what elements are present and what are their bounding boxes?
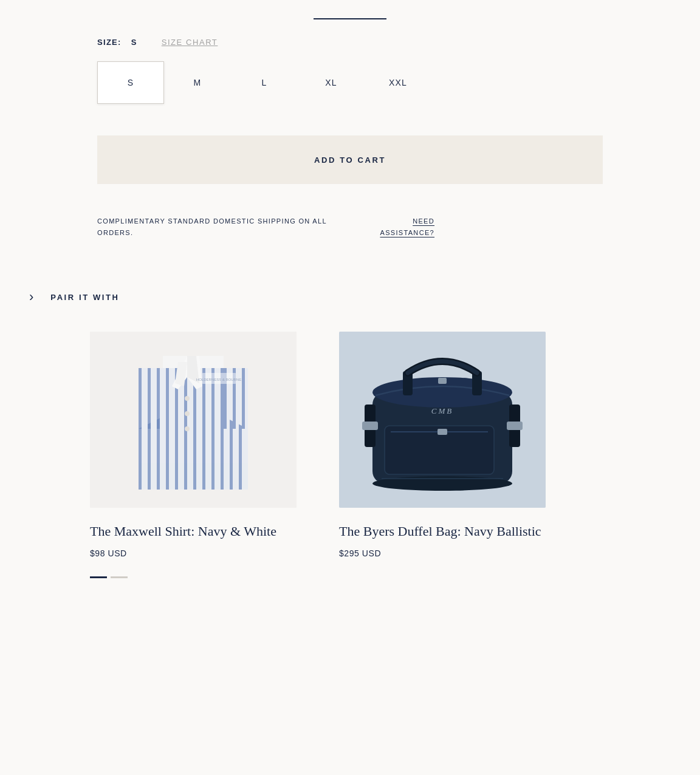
products-row: HOLDERNESS & BOURNE The Maxwell Shirt: N… xyxy=(0,332,700,558)
svg-rect-37 xyxy=(437,429,447,435)
svg-rect-47 xyxy=(507,422,523,430)
size-btn-l[interactable]: L xyxy=(231,61,298,104)
size-chart-link[interactable]: SIZE CHART xyxy=(162,38,218,47)
svg-point-20 xyxy=(185,426,190,431)
progress-dot-inactive xyxy=(111,576,128,578)
chevron-right-button[interactable]: › xyxy=(24,287,38,307)
product-image-shirt: HOLDERNESS & BOURNE xyxy=(90,332,297,508)
size-label: SIZE: xyxy=(97,38,122,47)
svg-rect-38 xyxy=(438,378,447,384)
add-to-cart-button[interactable]: ADD TO CART xyxy=(97,135,603,184)
svg-rect-46 xyxy=(362,422,378,430)
pair-section: › PAIR IT WITH xyxy=(0,275,700,603)
assistance-link[interactable]: NEED ASSISTANCE? xyxy=(380,216,434,238)
product-name-shirt: The Maxwell Shirt: Navy & White xyxy=(90,522,315,541)
svg-point-18 xyxy=(185,396,190,401)
pair-header: › PAIR IT WITH xyxy=(0,287,700,332)
pair-title: PAIR IT WITH xyxy=(50,293,119,302)
size-btn-m[interactable]: M xyxy=(164,61,231,104)
chevron-right-icon: › xyxy=(29,289,33,305)
product-price-bag: $295 USD xyxy=(339,548,564,558)
size-btn-xxl[interactable]: XXL xyxy=(365,61,431,104)
product-image-bag: CMB xyxy=(339,332,546,508)
top-decorative-bar xyxy=(314,0,386,19)
svg-rect-22 xyxy=(139,368,142,429)
svg-rect-11 xyxy=(211,368,214,490)
size-section: SIZE: S SIZE CHART S M L XL XXL xyxy=(0,19,700,135)
size-btn-xl[interactable]: XL xyxy=(298,61,365,104)
product-card-shirt[interactable]: HOLDERNESS & BOURNE The Maxwell Shirt: N… xyxy=(90,332,315,558)
page-wrapper: SIZE: S SIZE CHART S M L XL XXL ADD TO C… xyxy=(0,0,700,603)
progress-dot-active xyxy=(90,576,107,578)
shipping-text: COMPLIMENTARY STANDARD DOMESTIC SHIPPING… xyxy=(97,216,327,238)
add-to-cart-section: ADD TO CART xyxy=(0,135,700,203)
svg-rect-10 xyxy=(202,368,205,490)
svg-text:HOLDERNESS & BOURNE: HOLDERNESS & BOURNE xyxy=(196,378,241,381)
svg-rect-12 xyxy=(221,368,224,490)
svg-rect-24 xyxy=(157,368,160,429)
progress-dots xyxy=(0,558,700,578)
size-btn-s[interactable]: S xyxy=(97,61,164,104)
product-card-bag[interactable]: CMB The Byers Du xyxy=(339,332,564,558)
product-price-shirt: $98 USD xyxy=(90,548,315,558)
shipping-section: COMPLIMENTARY STANDARD DOMESTIC SHIPPING… xyxy=(0,203,532,275)
svg-text:CMB: CMB xyxy=(431,406,453,415)
svg-rect-6 xyxy=(166,368,169,490)
svg-point-19 xyxy=(185,411,190,416)
size-options: S M L XL XXL xyxy=(97,61,603,104)
product-name-bag: The Byers Duffel Bag: Navy Ballistic xyxy=(339,522,564,541)
size-label-row: SIZE: S SIZE CHART xyxy=(97,38,603,47)
size-current: S xyxy=(131,38,137,47)
svg-rect-28 xyxy=(242,368,245,429)
svg-rect-23 xyxy=(148,368,151,429)
